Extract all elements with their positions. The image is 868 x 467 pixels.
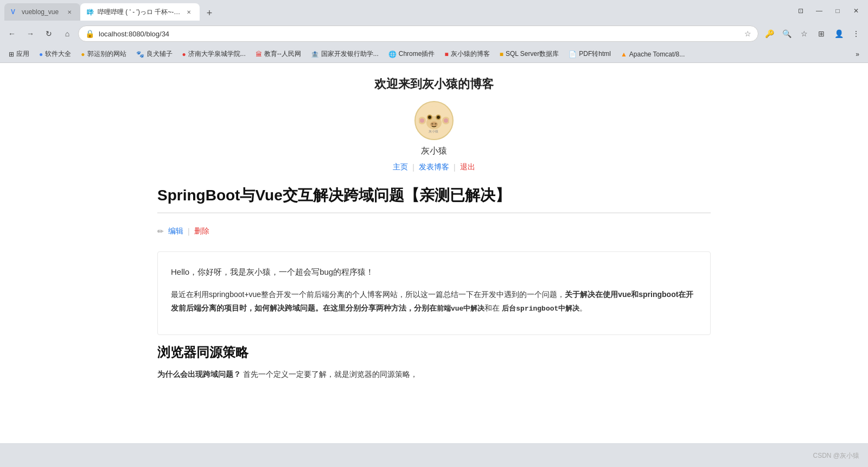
- tab2-close[interactable]: ✕: [184, 8, 193, 16]
- bookmark-tomcat[interactable]: ▲ Apache Tomcat/8...: [616, 49, 689, 60]
- bookmarks-bar: ⊞ 应用 ● 软件大全 ● 郭运别的网站 🐾 良犬辅子 ● 济南大学泉城学院..…: [0, 46, 868, 63]
- blog-favicon: ■: [444, 51, 448, 58]
- bookmark-guo-label: 郭运别的网站: [87, 49, 126, 59]
- svg-point-5: [437, 116, 440, 119]
- url-input[interactable]: [99, 30, 740, 38]
- bookmark-edu-label: 教育--人民网: [264, 49, 301, 59]
- bookmark-software[interactable]: ● 软件大全: [35, 48, 75, 60]
- tab-vueblog[interactable]: V vueblog_vue ✕: [4, 3, 80, 21]
- page-content: 欢迎来到灰小猿的博客: [0, 63, 868, 443]
- menu-button[interactable]: ⋮: [848, 26, 864, 41]
- page-watermark: CSDN @灰小猿: [813, 451, 859, 460]
- bookmark-edu[interactable]: 🏛 教育--人民网: [251, 48, 305, 60]
- title-bar: V vueblog_vue ✕ 哔 哔哩哔哩 ( ' - ')っロ 千杯~-bi…: [0, 0, 868, 22]
- bookmark-liangquan-label: 良犬辅子: [146, 49, 173, 59]
- bookmark-liangquan[interactable]: 🐾 良犬辅子: [132, 48, 177, 60]
- password-icon[interactable]: 🔑: [762, 26, 777, 41]
- bookmark-chrome[interactable]: 🌐 Chrome插件: [384, 48, 439, 60]
- favorites-button[interactable]: ☆: [796, 26, 812, 41]
- lock-icon: 🔒: [85, 29, 94, 38]
- blog-paragraph-1: 最近在利用springboot+vue整合开发一个前后端分离的个人博客网站，所以…: [171, 288, 697, 315]
- extensions-button[interactable]: ⊞: [814, 26, 829, 41]
- browser-actions: 🔑 🔍 ☆ ⊞ 👤 ⋮: [762, 26, 864, 41]
- section1-paragraph: 为什么会出现跨域问题？ 首先一个定义一定要了解，就是浏览器的同源策略，: [157, 368, 711, 381]
- bookmark-bank[interactable]: 🏦 国家开发银行助学...: [307, 48, 383, 60]
- address-bar-row: ← → ↻ ⌂ 🔒 ☆ 🔑 🔍 ☆ ⊞ 👤 ⋮: [0, 22, 868, 46]
- liangquan-favicon: 🐾: [136, 51, 144, 58]
- blog-intro: Hello，你好呀，我是灰小猿，一个超会写bug的程序猿！: [171, 265, 697, 279]
- nav-links: 主页 | 发表博客 | 退出: [0, 162, 868, 172]
- close-button[interactable]: ✕: [848, 3, 864, 18]
- bookmark-sqlserver-label: SQL Server数据库: [506, 49, 559, 59]
- tab-bilibili[interactable]: 哔 哔哩哔哩 ( ' - ')っロ 千杯~-bili... ✕: [80, 3, 200, 21]
- svg-point-6: [430, 122, 438, 127]
- tab1-favicon: V: [11, 8, 18, 16]
- svg-point-12: [444, 118, 448, 123]
- bookmark-pdf[interactable]: 📄 PDF转html: [564, 48, 615, 60]
- home-button[interactable]: ⌂: [60, 26, 75, 41]
- nav-post-link[interactable]: 发表博客: [414, 162, 454, 172]
- bookmark-bank-label: 国家开发银行助学...: [321, 49, 379, 59]
- guo-favicon: ●: [81, 51, 85, 58]
- bookmark-star-icon[interactable]: ☆: [744, 29, 751, 38]
- new-tab-button[interactable]: +: [202, 5, 217, 21]
- edu-favicon: 🏛: [256, 51, 262, 58]
- back-button[interactable]: ←: [4, 26, 20, 41]
- bookmark-blog-label: 灰小猿的博客: [451, 49, 490, 59]
- blog-actions: ✏ 编辑 | 删除: [157, 222, 711, 241]
- tomcat-favicon: ▲: [621, 51, 627, 58]
- reload-button[interactable]: ↻: [41, 26, 56, 41]
- maximize-button[interactable]: □: [830, 3, 845, 18]
- paragraph1-end: 。: [579, 304, 587, 312]
- bookmarks-more-button[interactable]: »: [851, 49, 864, 60]
- svg-text:灰小猿: 灰小猿: [429, 130, 438, 133]
- action-divider: |: [188, 227, 190, 236]
- avatar-image: 灰小猿: [419, 105, 449, 136]
- paragraph1-code1: 前端vue中解决: [437, 305, 484, 313]
- jinan-favicon: ●: [182, 51, 186, 58]
- bookmark-guo[interactable]: ● 郭运别的网站: [76, 48, 130, 60]
- paragraph1-mid: 和在: [484, 304, 500, 312]
- svg-point-4: [428, 116, 431, 119]
- nav-logout-link[interactable]: 退出: [456, 162, 480, 172]
- window-controls: ⊡ — □ ✕: [793, 3, 864, 18]
- tab2-title: 哔哩哔哩 ( ' - ')っロ 千杯~-bili...: [98, 8, 181, 17]
- edit-pencil-icon: ✏: [157, 227, 164, 236]
- nav-home-link[interactable]: 主页: [388, 162, 412, 172]
- svg-point-8: [435, 123, 437, 125]
- site-title: 欢迎来到灰小猿的博客: [0, 76, 868, 92]
- tab1-title: vueblog_vue: [22, 8, 62, 16]
- address-bar[interactable]: 🔒 ☆: [78, 26, 758, 42]
- delete-link[interactable]: 删除: [194, 226, 209, 236]
- bookmark-blog[interactable]: ■ 灰小猿的博客: [440, 48, 494, 60]
- minimize-button[interactable]: —: [812, 3, 827, 18]
- tab1-close[interactable]: ✕: [65, 8, 74, 16]
- user-name: 灰小猿: [0, 146, 868, 157]
- svg-point-10: [420, 118, 424, 123]
- browser-frame: V vueblog_vue ✕ 哔 哔哩哔哩 ( ' - ')っロ 千杯~-bi…: [0, 0, 868, 467]
- address-bar-icons: ☆: [744, 29, 751, 38]
- tab2-favicon: 哔: [87, 8, 94, 16]
- section1-title: 浏览器同源策略: [157, 344, 711, 361]
- tab-bar: V vueblog_vue ✕ 哔 哔哩哔哩 ( ' - ')っロ 千杯~-bi…: [4, 1, 791, 21]
- paragraph1-code2: 后台springboot中解决: [502, 305, 579, 313]
- profile-button[interactable]: 👤: [831, 26, 846, 41]
- chrome-favicon: 🌐: [388, 51, 397, 58]
- bookmark-sqlserver[interactable]: ■ SQL Server数据库: [495, 48, 564, 60]
- cast-button[interactable]: ⊡: [793, 3, 808, 18]
- bookmark-apps[interactable]: ⊞ 应用: [4, 48, 34, 60]
- blog-container: SpringBoot与Vue交互解决跨域问题【亲测已解决】 ✏ 编辑 | 删除 …: [136, 185, 732, 381]
- bank-favicon: 🏦: [311, 51, 319, 58]
- bookmark-jinan[interactable]: ● 济南大学泉城学院...: [178, 48, 250, 60]
- svg-point-7: [431, 123, 433, 125]
- avatar: 灰小猿: [414, 101, 454, 140]
- zoom-button[interactable]: 🔍: [779, 26, 794, 41]
- bookmark-pdf-label: PDF转html: [579, 49, 611, 59]
- bookmark-tomcat-label: Apache Tomcat/8...: [629, 51, 685, 58]
- forward-button[interactable]: →: [23, 26, 38, 41]
- edit-link[interactable]: 编辑: [168, 226, 183, 236]
- software-favicon: ●: [39, 51, 43, 58]
- blog-title: SpringBoot与Vue交互解决跨域问题【亲测已解决】: [157, 185, 711, 213]
- section1-text-bold: 为什么会出现跨域问题？: [157, 370, 241, 378]
- section1-text: 首先一个定义一定要了解，就是浏览器的同源策略，: [243, 370, 418, 378]
